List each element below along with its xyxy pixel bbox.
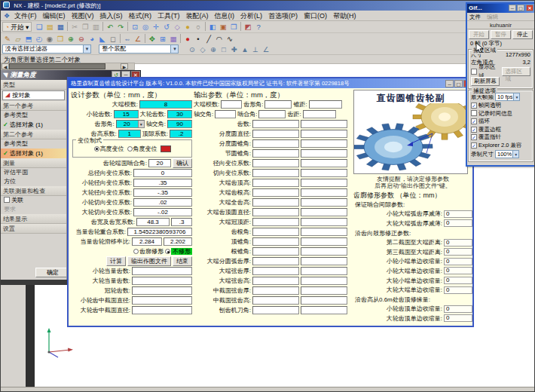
block-icon[interactable]: ❒ <box>55 34 66 44</box>
checkbox-icon[interactable] <box>4 197 10 203</box>
output-input[interactable] <box>252 218 299 226</box>
minimize-icon[interactable]: ─ <box>445 80 454 87</box>
text-input[interactable] <box>309 100 342 109</box>
snap-intersect-icon[interactable]: ✚ <box>229 44 240 54</box>
output-input[interactable] <box>252 198 299 207</box>
hole-icon[interactable]: ◉ <box>44 34 55 44</box>
arc-icon[interactable]: ◠ <box>214 34 225 44</box>
radio-icon[interactable] <box>127 146 133 152</box>
output-input[interactable] <box>301 218 347 226</box>
checkbox-icon[interactable]: ✓ <box>471 142 477 149</box>
measure-angle-icon[interactable]: ∠ <box>133 34 143 44</box>
mod-input[interactable]: 0 <box>444 248 472 256</box>
maximize-icon[interactable]: ▢ <box>454 80 463 87</box>
output-input[interactable] <box>252 296 299 305</box>
output-input[interactable] <box>252 247 299 256</box>
spline-icon[interactable]: ∿ <box>225 34 235 44</box>
text-input[interactable] <box>132 306 192 314</box>
menu-item[interactable]: 帮助(H) <box>330 11 359 21</box>
scroll-right-icon[interactable]: ▶ <box>121 63 128 69</box>
output-input[interactable] <box>252 277 299 285</box>
datum-plane-icon[interactable]: ▱ <box>13 34 23 44</box>
layer-settings-icon[interactable]: ▣ <box>218 22 228 32</box>
output-input[interactable] <box>252 286 299 295</box>
menu-item[interactable]: 插入(S) <box>97 11 126 21</box>
open-icon[interactable]: ▤ <box>44 22 55 32</box>
gif-transport-button[interactable]: 开始 <box>469 30 489 39</box>
dialog-button[interactable]: 结束 <box>173 256 192 266</box>
undo-icon[interactable]: ↶ <box>105 22 115 32</box>
text-input[interactable]: 8 <box>139 100 192 109</box>
redo-icon[interactable]: ↷ <box>115 22 126 32</box>
text-input[interactable] <box>264 100 292 109</box>
radio-option[interactable]: 角度变位 <box>127 145 157 153</box>
menu-item[interactable]: 窗口(O) <box>301 11 330 21</box>
selection-filter-dropdown[interactable]: 没有选择过滤器▼ <box>2 44 91 54</box>
snapshot-icon[interactable]: ◩ <box>243 22 253 32</box>
scroll-left-icon[interactable]: ◀ <box>2 63 9 69</box>
mod-input[interactable]: 0 <box>444 258 472 265</box>
scrollbar-thumb[interactable] <box>9 63 105 69</box>
output-input[interactable] <box>252 188 299 197</box>
text-input[interactable]: 1.54522380593706 <box>127 228 192 236</box>
horizontal-scrollbar[interactable]: ◀ ▶ <box>1 63 135 70</box>
dialog-button[interactable]: 输出作图文件 <box>127 256 171 266</box>
snap-center-icon[interactable]: □ <box>219 44 229 54</box>
snap-end-icon[interactable]: ◇ <box>197 44 208 54</box>
output-input[interactable] <box>301 120 347 128</box>
mod-input[interactable]: 0 <box>444 314 472 322</box>
output-input[interactable] <box>252 267 299 275</box>
text-input[interactable]: 1 <box>118 130 141 138</box>
zoom-icon[interactable]: ◎ <box>140 22 151 32</box>
measure-distance-icon[interactable]: ⇔ <box>122 34 133 44</box>
checkbox-icon[interactable]: ✓ <box>471 127 477 133</box>
output-input[interactable] <box>252 139 299 148</box>
text-input[interactable]: -.02 <box>133 208 192 216</box>
snap-point-icon[interactable]: ⊙ <box>187 44 197 54</box>
pattern-icon[interactable]: ▦ <box>168 34 179 44</box>
help-icon[interactable]: ? <box>253 22 264 32</box>
output-input[interactable] <box>301 169 347 177</box>
gif-transport-button[interactable]: 暂停 <box>491 30 511 39</box>
shell-icon[interactable]: ◻ <box>108 34 118 44</box>
fit-view-icon[interactable]: ⊡ <box>130 22 140 32</box>
output-input[interactable] <box>252 159 299 167</box>
text-input[interactable] <box>132 296 192 305</box>
output-input[interactable] <box>301 130 347 138</box>
menu-item[interactable]: 工具(T) <box>154 11 183 21</box>
text-input[interactable] <box>258 110 286 118</box>
paste-icon[interactable]: ▥ <box>90 22 101 32</box>
radio-icon[interactable] <box>165 249 170 254</box>
text-input[interactable] <box>221 100 242 109</box>
copy-icon[interactable]: ❐ <box>80 22 90 32</box>
radio-icon[interactable] <box>133 249 139 254</box>
snap-mid-icon[interactable]: ⊕ <box>208 44 219 54</box>
mod-input[interactable]: 0 <box>444 210 472 218</box>
snap-angle-icon[interactable]: ∠ <box>261 44 271 54</box>
text-input[interactable]: .3 <box>171 218 192 226</box>
line-icon[interactable]: ╱ <box>203 34 214 44</box>
menu-item[interactable]: 分析(L) <box>237 11 265 21</box>
text-input[interactable]: 20 <box>148 159 171 167</box>
gif-option-row[interactable]: ✓ Explorer 2.0 兼容 <box>471 142 530 150</box>
select-object-row[interactable]: ✓ 选择对象 (1) <box>1 149 66 158</box>
close-icon[interactable]: ✕ <box>526 5 533 11</box>
cut-icon[interactable]: ✂ <box>69 22 80 32</box>
text-input[interactable]: 90 <box>167 120 192 128</box>
edge-blend-icon[interactable]: ◕ <box>87 34 97 44</box>
output-input[interactable] <box>301 247 347 256</box>
menu-item[interactable]: 装配(A) <box>183 11 212 21</box>
chamfer-icon[interactable]: ◣ <box>97 34 108 44</box>
checkbox-icon[interactable]: ✓ <box>471 134 477 140</box>
radio-option[interactable]: 高度变位 <box>94 145 124 153</box>
revolve-icon[interactable]: ◴ <box>34 34 44 44</box>
radio-option[interactable]: 不修形 <box>165 247 192 256</box>
gif-titlebar[interactable]: Gif... ─ ▢ ✕ <box>467 4 534 13</box>
save-icon[interactable]: ▦ <box>55 22 66 32</box>
dialog-button[interactable]: 确认 <box>173 158 192 168</box>
output-input[interactable] <box>301 228 347 236</box>
output-input[interactable] <box>252 306 299 314</box>
text-input[interactable]: -.35 <box>133 188 192 197</box>
move-component-icon[interactable]: ✥ <box>147 34 157 44</box>
output-input[interactable] <box>301 257 347 265</box>
